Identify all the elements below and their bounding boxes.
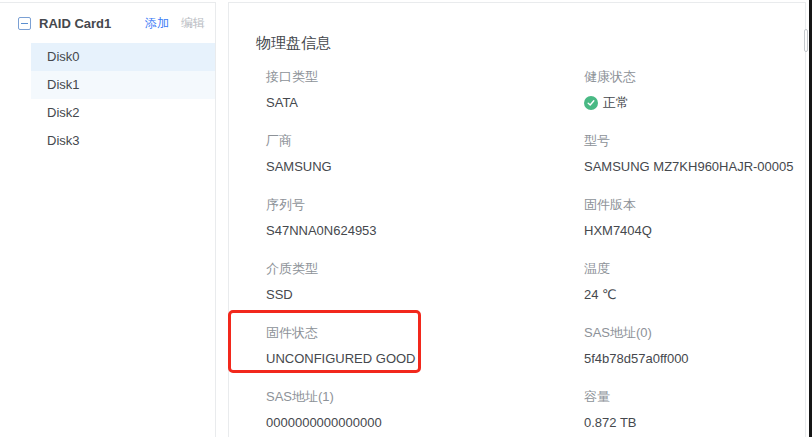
sidebar-item-disk2[interactable]: Disk2 bbox=[31, 99, 215, 127]
field-value: HXM7404Q bbox=[584, 223, 805, 239]
field-sas-address-1: SAS地址(1) 0000000000000000 bbox=[266, 389, 584, 431]
check-circle-icon bbox=[584, 96, 598, 110]
disk-detail-panel: 物理盘信息 接口类型 SATA 健康状态 正常 厂商 SAMSUNG bbox=[228, 2, 806, 437]
collapse-minus-icon[interactable] bbox=[18, 17, 31, 30]
field-label: 容量 bbox=[584, 389, 805, 405]
edit-link[interactable]: 编辑 bbox=[181, 15, 205, 32]
scrollbar-thumb[interactable] bbox=[804, 29, 808, 52]
tree-actions: 添加 编辑 bbox=[145, 15, 205, 32]
health-status-text: 正常 bbox=[603, 95, 629, 111]
sidebar-item-disk1[interactable]: Disk1 bbox=[31, 71, 215, 99]
field-value: SATA bbox=[266, 95, 584, 111]
field-value: 正常 bbox=[584, 95, 805, 111]
sidebar-item-disk0[interactable]: Disk0 bbox=[31, 43, 215, 71]
field-value: SAMSUNG bbox=[266, 159, 584, 175]
sidebar-item-disk3[interactable]: Disk3 bbox=[31, 127, 215, 155]
field-label: SAS地址(0) bbox=[584, 325, 805, 341]
field-label: 健康状态 bbox=[584, 69, 805, 85]
field-label: 型号 bbox=[584, 133, 805, 149]
field-value: SSD bbox=[266, 287, 584, 303]
field-health-status: 健康状态 正常 bbox=[584, 69, 805, 111]
field-model: 型号 SAMSUNG MZ7KH960HAJR-00005 bbox=[584, 133, 805, 175]
field-label: 介质类型 bbox=[266, 261, 584, 277]
field-value: SAMSUNG MZ7KH960HAJR-00005 bbox=[584, 159, 805, 175]
field-serial-number: 序列号 S47NNA0N624953 bbox=[266, 197, 584, 239]
field-firmware-state: 固件状态 UNCONFIGURED GOOD bbox=[266, 325, 584, 367]
field-firmware-version: 固件版本 HXM7404Q bbox=[584, 197, 805, 239]
field-label: 固件版本 bbox=[584, 197, 805, 213]
physical-disk-info-page: RAID Card1 添加 编辑 Disk0 Disk1 Disk2 Disk3… bbox=[0, 0, 812, 437]
fields-grid: 接口类型 SATA 健康状态 正常 厂商 SAMSUNG 型号 SAMSUNG … bbox=[266, 69, 805, 437]
field-label: 固件状态 bbox=[266, 325, 584, 341]
field-value: 5f4b78d57a0ff000 bbox=[584, 351, 805, 367]
field-vendor: 厂商 SAMSUNG bbox=[266, 133, 584, 175]
add-link[interactable]: 添加 bbox=[145, 15, 169, 32]
raid-card-tree-node: RAID Card1 添加 编辑 bbox=[0, 3, 215, 43]
field-label: 序列号 bbox=[266, 197, 584, 213]
field-value: UNCONFIGURED GOOD bbox=[266, 351, 584, 367]
field-media-type: 介质类型 SSD bbox=[266, 261, 584, 303]
field-interface-type: 接口类型 SATA bbox=[266, 69, 584, 111]
field-label: 厂商 bbox=[266, 133, 584, 149]
field-label: SAS地址(1) bbox=[266, 389, 584, 405]
raid-card-label[interactable]: RAID Card1 bbox=[39, 16, 111, 31]
field-value: 0.872 TB bbox=[584, 415, 805, 431]
page-title: 物理盘信息 bbox=[256, 34, 805, 53]
field-value: 0000000000000000 bbox=[266, 415, 584, 431]
raid-tree-sidebar: RAID Card1 添加 编辑 Disk0 Disk1 Disk2 Disk3 bbox=[0, 2, 216, 437]
field-label: 接口类型 bbox=[266, 69, 584, 85]
field-temperature: 温度 24 ℃ bbox=[584, 261, 805, 303]
field-value: S47NNA0N624953 bbox=[266, 223, 584, 239]
field-sas-address-0: SAS地址(0) 5f4b78d57a0ff000 bbox=[584, 325, 805, 367]
field-label: 温度 bbox=[584, 261, 805, 277]
field-value: 24 ℃ bbox=[584, 287, 805, 303]
field-capacity: 容量 0.872 TB bbox=[584, 389, 805, 431]
disk-list: Disk0 Disk1 Disk2 Disk3 bbox=[0, 43, 215, 155]
